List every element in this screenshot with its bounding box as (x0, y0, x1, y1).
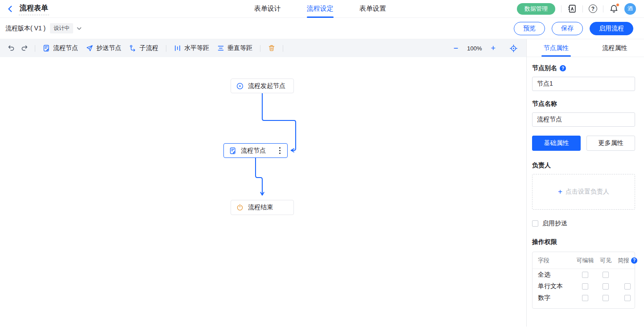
header-right-cluster: 数据管理 ? 酒 (517, 3, 636, 15)
horizontal-distribute-button[interactable]: 水平等距 (170, 44, 213, 52)
notification-badge (616, 3, 619, 7)
notifications-button[interactable] (609, 4, 619, 13)
work-area: 流程节点 抄送节点 (0, 39, 526, 327)
divider (582, 5, 583, 12)
table-row: 全选 (533, 269, 635, 281)
select-all-visible-checkbox[interactable] (603, 272, 609, 278)
save-button[interactable]: 保存 (552, 22, 583, 35)
flow-connectors (0, 57, 526, 327)
enable-cc-checkbox[interactable] (532, 220, 538, 227)
tab-form-design[interactable]: 表单设计 (254, 0, 281, 18)
row-field-name: 全选 (538, 271, 574, 279)
zoom-controls: − 100% + (451, 44, 517, 52)
node-name-label: 节点名称 (532, 100, 635, 108)
zoom-level: 100% (467, 45, 482, 52)
zoom-out-button[interactable]: − (451, 44, 461, 52)
flow-canvas[interactable]: 流程发起节点 流程节点 流程结束 (0, 57, 526, 327)
address-book-button[interactable] (567, 4, 577, 13)
add-flow-node-button[interactable]: 流程节点 (39, 44, 82, 52)
page-title[interactable]: 流程表单 (19, 3, 49, 15)
panel-tabs: 节点属性 流程属性 (527, 39, 644, 57)
tab-flow-setting[interactable]: 流程设定 (307, 0, 334, 18)
text-visible-checkbox[interactable] (603, 283, 609, 290)
row-field-name: 数字 (538, 294, 574, 302)
tool-label: 水平等距 (184, 44, 209, 52)
connector-start-to-task (262, 93, 296, 150)
vertical-distribute-icon (217, 45, 224, 52)
number-brief-checkbox[interactable] (624, 295, 631, 301)
flow-node-icon (43, 45, 50, 52)
data-manage-button[interactable]: 数据管理 (517, 3, 555, 15)
version-actions: 预览 保存 启用流程 (514, 22, 633, 35)
tool-label: 抄送节点 (96, 44, 121, 52)
tab-form-setting[interactable]: 表单设置 (359, 0, 386, 18)
text-brief-checkbox[interactable] (624, 283, 631, 290)
help-icon: ? (589, 4, 597, 13)
divider (35, 45, 35, 52)
basic-attributes-button[interactable]: 基础属性 (532, 136, 581, 151)
panel-body: 节点别名 ? 节点名称 基础属性 更多属性 负责人 + 点击设置负责人 (527, 57, 644, 316)
node-flow-task[interactable]: 流程节点 (223, 143, 288, 158)
text-editable-checkbox[interactable] (582, 283, 588, 290)
enable-flow-button[interactable]: 启用流程 (590, 22, 633, 35)
tool-label: 流程节点 (53, 44, 78, 52)
plus-icon: + (558, 187, 562, 196)
table-row: 单行文本 (533, 281, 635, 292)
play-circle-icon (236, 83, 244, 90)
more-attributes-button[interactable]: 更多属性 (586, 136, 635, 151)
number-visible-checkbox[interactable] (603, 295, 609, 301)
divider (166, 45, 166, 52)
fit-view-button[interactable] (510, 45, 517, 52)
owner-placeholder: 点击设置负责人 (566, 188, 609, 196)
column-visible: 可见 (600, 257, 611, 265)
undo-button[interactable] (4, 45, 18, 52)
divider (561, 5, 561, 12)
top-header: 流程表单 表单设计 流程设定 表单设置 数据管理 ? 酒 (0, 0, 644, 18)
node-flow-start[interactable]: 流程发起节点 (231, 79, 294, 93)
node-alias-label: 节点别名 ? (532, 64, 635, 72)
back-button[interactable] (6, 5, 14, 13)
tab-flow-properties[interactable]: 流程属性 (586, 39, 644, 57)
properties-panel: 节点属性 流程属性 节点别名 ? 节点名称 基础属性 更多属性 负责人 (526, 39, 644, 327)
zoom-in-button[interactable]: + (488, 44, 498, 52)
select-all-editable-checkbox[interactable] (582, 272, 588, 278)
node-alias-input[interactable] (532, 77, 635, 91)
brief-help-icon[interactable]: ? (631, 257, 637, 264)
table-row: 数字 (533, 292, 635, 304)
node-label: 流程结束 (248, 203, 273, 211)
tool-label: 子流程 (140, 44, 158, 52)
row-field-name: 单行文本 (538, 282, 574, 290)
delete-button[interactable] (264, 45, 279, 52)
owner-label: 负责人 (532, 161, 635, 170)
undo-icon (8, 45, 15, 52)
trash-icon (268, 45, 275, 52)
node-flow-end[interactable]: 流程结束 (231, 200, 294, 215)
connector-task-to-end (256, 158, 262, 195)
node-name-input[interactable] (532, 112, 635, 127)
crosshair-icon (510, 45, 517, 52)
alias-help-icon[interactable]: ? (560, 65, 566, 71)
number-editable-checkbox[interactable] (582, 295, 588, 301)
node-menu-button[interactable] (278, 146, 282, 155)
enable-cc-toggle[interactable]: 启用抄送 (532, 219, 635, 228)
preview-button[interactable]: 预览 (514, 22, 545, 35)
divider (283, 45, 283, 52)
tab-node-properties[interactable]: 节点属性 (527, 39, 586, 57)
help-button[interactable]: ? (589, 4, 597, 13)
vertical-distribute-button[interactable]: 垂直等距 (213, 44, 256, 52)
node-label: 流程发起节点 (248, 82, 285, 90)
column-field: 字段 (538, 257, 549, 265)
chevron-left-icon (6, 5, 14, 13)
enable-cc-label: 启用抄送 (542, 219, 567, 228)
column-editable: 可编辑 (577, 257, 594, 265)
user-avatar[interactable]: 酒 (624, 3, 636, 15)
add-cc-node-button[interactable]: 抄送节点 (82, 44, 125, 52)
set-owner-button[interactable]: + 点击设置负责人 (532, 174, 635, 210)
attribute-toggle: 基础属性 更多属性 (532, 136, 635, 151)
version-dropdown-toggle[interactable] (77, 27, 82, 30)
chevron-down-icon (77, 27, 82, 30)
divider (260, 45, 260, 52)
redo-button[interactable] (18, 45, 31, 52)
add-subflow-button[interactable]: 子流程 (125, 44, 162, 52)
paper-plane-icon (86, 45, 93, 52)
